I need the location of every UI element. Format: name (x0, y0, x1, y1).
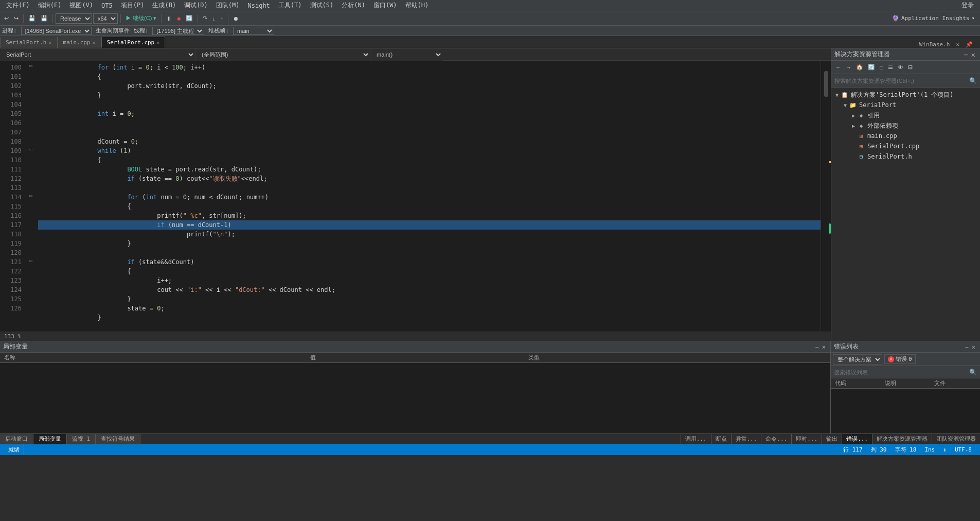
tree-solution[interactable]: ▼ 📋 解决方案'SerialPort'(1 个项目) (831, 90, 980, 100)
toolbar-continue[interactable]: ▶ 继续(C) ▾ (123, 13, 158, 23)
bottom-tab-breakpoints[interactable]: 断点 (711, 434, 731, 444)
gutter-121[interactable]: ▭ (26, 255, 36, 265)
tab-serialport-cpp-close[interactable]: ✕ (156, 40, 159, 45)
gutter-109[interactable]: ▭ (26, 144, 36, 153)
bottom-tab-teamexplorer[interactable]: 团队资源管理器 (932, 434, 980, 444)
sol-home-btn[interactable]: 🏠 (854, 63, 865, 72)
gutter-100[interactable]: ▭ (26, 61, 36, 70)
menu-project[interactable]: 项目(P) (117, 0, 149, 11)
frame-dropdown[interactable]: main (233, 27, 274, 35)
menu-debug[interactable]: 调试(D) (180, 0, 212, 11)
refs-expand-icon[interactable]: ▶ (850, 113, 857, 118)
code-line-104[interactable] (38, 100, 821, 109)
code-line-124[interactable]: cout << "i:" << i << "dCout:" << dCount … (38, 285, 821, 294)
bottom-tab-exceptions[interactable]: 异常... (731, 434, 761, 444)
bottom-tab-watch1[interactable]: 监视 1 (67, 434, 96, 444)
tab-main-cpp[interactable]: main.cpp ✕ (58, 37, 101, 48)
code-line-100[interactable]: for (int i = 0; i < 100; i++) (38, 63, 821, 72)
sol-forward-btn[interactable]: → (844, 63, 853, 72)
login-button[interactable]: 登录 (961, 1, 978, 10)
tree-serialport-cpp[interactable]: ⊞ SerialPort.cpp (831, 141, 980, 151)
tab-serialport-h-close[interactable]: ✕ (48, 40, 51, 45)
menu-file[interactable]: 文件(F) (2, 0, 34, 11)
code-line-117[interactable]: if (num == dCount-1) (38, 220, 821, 230)
code-line-118[interactable]: printf("\n"); (38, 230, 821, 239)
sol-collapse-btn[interactable]: ⊟ (906, 63, 915, 72)
menu-analyze[interactable]: 分析(N) (337, 0, 369, 11)
toolbar-stop[interactable]: ■ (175, 14, 183, 23)
bottom-tab-solexplorer[interactable]: 解决方案资源管理器 (872, 434, 932, 444)
code-line-120[interactable] (38, 248, 821, 257)
code-line-112[interactable]: if (state == 0) cout<<"读取失败"<<endl; (38, 174, 821, 183)
code-line-127[interactable]: } (38, 313, 821, 322)
process-dropdown[interactable]: [14968] SerialPort.exe (21, 27, 92, 35)
code-line-105[interactable]: int i = 0; (38, 109, 821, 118)
toolbar-undo[interactable]: ↩ (2, 14, 11, 23)
toolbar-breakpoint[interactable]: ⏺ (231, 14, 241, 23)
tree-serialport-h[interactable]: ⊟ SerialPort.h (831, 151, 980, 162)
arch-dropdown[interactable]: x64 (93, 13, 118, 24)
project-expand-icon[interactable]: ▼ (842, 102, 849, 108)
tree-external-deps[interactable]: ▶ ◆ 外部依赖项 (831, 120, 980, 131)
menu-edit[interactable]: 编辑(E) (34, 0, 66, 11)
tab-serialport-h[interactable]: SerialPort.h ✕ (0, 37, 58, 48)
code-line-107[interactable] (38, 128, 821, 137)
sol-filter-btn[interactable]: ⏍ (878, 63, 885, 72)
toolbar-save[interactable]: 💾 (26, 14, 38, 23)
tree-project[interactable]: ▼ 📁 SerialPort (831, 100, 980, 110)
tab-serialport-cpp[interactable]: SerialPort.cpp ✕ (101, 37, 166, 48)
sol-preview-btn[interactable]: 👁 (896, 63, 905, 72)
toolbar-restart[interactable]: 🔄 (184, 14, 195, 23)
bottom-tab-localvars[interactable]: 局部变量 (33, 434, 67, 444)
code-line-103[interactable]: } (38, 91, 821, 100)
bottom-tab-output[interactable]: 输出 (822, 434, 842, 444)
code-line-114[interactable]: for (int num = 0; num < dCount; num++) (38, 193, 821, 202)
bottom-tab-findsymbol[interactable]: 查找符号结果 (96, 434, 140, 444)
code-line-122[interactable]: { (38, 267, 821, 276)
code-line-126[interactable]: state = 0; (38, 304, 821, 313)
appinsights-button[interactable]: 🔮 Application Insights ▾ (889, 15, 978, 22)
menu-team[interactable]: 团队(M) (212, 0, 244, 11)
code-line-111[interactable]: BOOL state = port.read(str, dCount); (38, 165, 821, 174)
local-vars-pin[interactable]: − (814, 343, 821, 351)
bottom-tab-autowindow[interactable]: 启动窗口 (0, 434, 33, 444)
sol-back-btn[interactable]: ← (833, 63, 843, 72)
errors-scope-dropdown[interactable]: 整个解决方案 (833, 354, 882, 364)
thread-dropdown[interactable]: [17196] 主线程 (152, 27, 204, 35)
code-line-106[interactable] (38, 118, 821, 128)
scope-function-dropdown[interactable]: main() (370, 48, 442, 61)
solution-explorer-pin[interactable]: − (962, 50, 969, 59)
sol-sync-btn[interactable]: 🔄 (866, 63, 877, 72)
code-line-121[interactable]: if (state&&dCount) (38, 257, 821, 267)
right-tab-close[interactable]: ✕ (953, 41, 963, 48)
code-line-125[interactable]: } (38, 294, 821, 304)
toolbar-pause[interactable]: ⏸ (164, 14, 174, 23)
tree-main-cpp[interactable]: ⊞ main.cpp (831, 131, 980, 141)
code-content[interactable]: for (int i = 0; i < 100; i++) { port.wri… (36, 61, 821, 332)
menu-help[interactable]: 帮助(H) (401, 0, 433, 11)
toolbar-step-into[interactable]: ↓ (210, 14, 218, 23)
toolbar-step-out[interactable]: ↑ (219, 14, 226, 23)
code-line-119[interactable]: } (38, 239, 821, 248)
menu-view[interactable]: 视图(V) (65, 0, 97, 11)
errors-search-input[interactable] (834, 369, 969, 375)
menu-test[interactable]: 测试(S) (306, 0, 338, 11)
scope-range-dropdown[interactable]: (全局范围) (195, 48, 370, 61)
toolbar-step-over[interactable]: ↷ (201, 14, 209, 23)
toolbar-redo[interactable]: ↪ (12, 14, 21, 23)
bottom-tab-command[interactable]: 命令... (761, 434, 791, 444)
solution-explorer-close[interactable]: ✕ (970, 50, 977, 59)
code-line-101[interactable]: { (38, 72, 821, 81)
error-list-close[interactable]: ✕ (970, 343, 977, 351)
bottom-tab-immediate[interactable]: 即时... (791, 434, 822, 444)
solution-expand-icon[interactable]: ▼ (833, 92, 841, 98)
menu-nsight[interactable]: Nsight (244, 1, 274, 10)
code-line-116[interactable]: printf(" %c", str[num]); (38, 211, 821, 220)
gutter-114[interactable]: ▭ (26, 190, 36, 200)
code-line-109[interactable]: while (1) (38, 146, 821, 155)
code-line-123[interactable]: i++; (38, 276, 821, 285)
code-line-102[interactable]: port.write(str, dCount); (38, 81, 821, 91)
error-count-badge[interactable]: ✕ 错误 0 (884, 354, 916, 364)
config-dropdown[interactable]: Release (56, 13, 92, 24)
scroll-thumb[interactable] (824, 71, 828, 97)
